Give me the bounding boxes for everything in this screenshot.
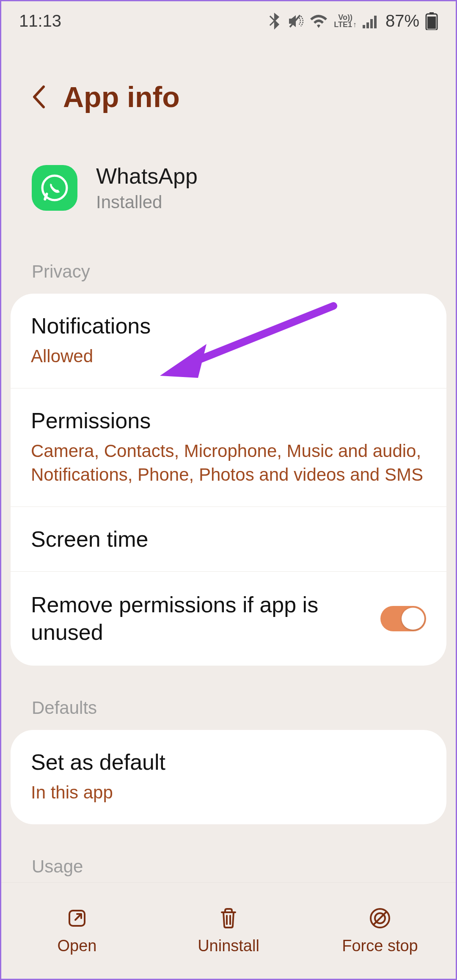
battery-percent: 87% [385,11,419,30]
section-defaults-label: Defaults [1,666,456,730]
open-label: Open [58,937,97,955]
whatsapp-app-icon [32,165,77,211]
force-stop-label: Force stop [342,937,418,955]
uninstall-label: Uninstall [198,937,259,955]
svg-rect-7 [427,17,436,29]
svg-rect-4 [374,16,377,28]
open-button[interactable]: Open [1,883,153,979]
status-time: 11:13 [19,11,61,30]
defaults-card: Set as default In this app [11,730,446,824]
remove-permissions-row[interactable]: Remove permissions if app is unused [11,571,446,666]
section-privacy-label: Privacy [1,229,456,294]
mute-icon [286,13,303,30]
app-name: WhatsApp [96,163,198,189]
open-icon [65,906,89,930]
notifications-title: Notifications [31,313,426,339]
status-right: Vo)) LTE1↑ 87% [269,11,438,30]
svg-rect-2 [366,22,369,28]
section-usage-label: Usage [1,824,456,889]
header: App info [1,38,456,139]
trash-icon [217,906,240,930]
app-identity: WhatsApp Installed [1,139,456,229]
battery-icon [425,12,438,30]
signal-icon [363,14,380,28]
screen-time-title: Screen time [31,526,426,552]
app-install-status: Installed [96,192,198,212]
notifications-row[interactable]: Notifications Allowed [11,294,446,388]
bottom-action-bar: Open Uninstall Force stop [1,882,456,979]
svg-rect-3 [370,19,373,28]
wifi-icon [309,14,328,29]
screen-time-row[interactable]: Screen time [11,507,446,571]
bluetooth-icon [269,13,281,30]
set-default-sub: In this app [31,781,426,805]
set-default-title: Set as default [31,749,426,775]
status-bar: 11:13 Vo)) LTE1↑ 87% [1,1,456,38]
force-stop-icon [368,906,392,930]
network-type-icon: Vo)) LTE1↑ [334,14,357,28]
uninstall-button[interactable]: Uninstall [153,883,304,979]
remove-permissions-title: Remove permissions if app is unused [31,591,368,646]
privacy-card: Notifications Allowed Permissions Camera… [11,294,446,666]
set-default-row[interactable]: Set as default In this app [11,730,446,824]
page-title: App info [63,80,180,113]
permissions-sub: Camera, Contacts, Microphone, Music and … [31,439,426,487]
notifications-sub: Allowed [31,344,426,369]
remove-permissions-toggle[interactable] [380,606,426,631]
permissions-title: Permissions [31,408,426,433]
force-stop-button[interactable]: Force stop [304,883,456,979]
permissions-row[interactable]: Permissions Camera, Contacts, Microphone… [11,388,446,507]
svg-rect-1 [363,25,365,28]
back-icon[interactable] [31,85,48,109]
